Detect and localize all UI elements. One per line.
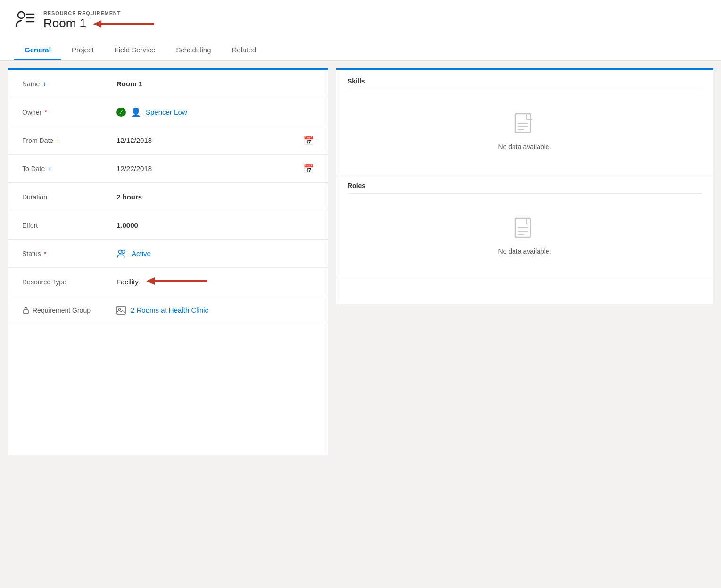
duration-label: Duration <box>22 193 116 201</box>
req-group-icon <box>116 306 126 315</box>
tabs-bar: General Project Field Service Scheduling… <box>0 39 721 61</box>
svg-marker-9 <box>146 277 155 285</box>
effort-value[interactable]: 1.0000 <box>116 221 314 229</box>
status-required-indicator: * <box>44 250 46 257</box>
name-field-row: Name + Room 1 <box>8 70 328 98</box>
resource-requirement-icon <box>14 8 35 32</box>
owner-value[interactable]: ✓ 👤 Spencer Low <box>116 107 314 117</box>
to-date-calendar-icon[interactable]: 📅 <box>303 164 314 174</box>
main-form-panel: Name + Room 1 Owner * ✓ 👤 Spencer Low Fr… <box>8 68 328 455</box>
owner-label: Owner * <box>22 108 116 116</box>
tab-field-service[interactable]: Field Service <box>104 39 166 60</box>
svg-point-0 <box>18 12 25 18</box>
status-field-row: Status * Active <box>8 240 328 268</box>
record-type-label: RESOURCE REQUIREMENT <box>43 10 154 16</box>
record-title-row: Room 1 <box>43 16 154 31</box>
name-value[interactable]: Room 1 <box>116 80 314 88</box>
skills-no-data-area: No data available. <box>348 94 702 169</box>
to-date-label: To Date + <box>22 165 116 173</box>
roles-section: Roles No data available. <box>336 174 713 279</box>
owner-field-row: Owner * ✓ 👤 Spencer Low <box>8 98 328 126</box>
duration-field-row: Duration 2 hours <box>8 183 328 211</box>
resource-type-field-row: Resource Type Facility <box>8 268 328 296</box>
effort-field-row: Effort 1.0000 <box>8 211 328 240</box>
title-arrow-annotation <box>93 18 154 28</box>
skills-title: Skills <box>348 77 702 89</box>
header-text-block: RESOURCE REQUIREMENT Room 1 <box>43 10 154 31</box>
skills-section: Skills No data available. <box>336 70 713 174</box>
empty-row <box>8 324 328 348</box>
req-group-label: Requirement Group <box>22 306 116 314</box>
svg-marker-5 <box>93 20 101 28</box>
content-area: Name + Room 1 Owner * ✓ 👤 Spencer Low Fr… <box>0 61 721 463</box>
status-value[interactable]: Active <box>116 248 314 259</box>
owner-status-check: ✓ <box>116 108 126 117</box>
resource-type-label: Resource Type <box>22 278 116 286</box>
roles-no-data-text: No data available. <box>498 248 551 255</box>
from-date-required-indicator: + <box>56 137 60 144</box>
right-side-panel: Skills No data available. Roles <box>336 68 713 304</box>
skills-no-data-text: No data available. <box>498 143 551 150</box>
page-header: RESOURCE REQUIREMENT Room 1 <box>0 0 721 39</box>
roles-title: Roles <box>348 182 702 194</box>
svg-rect-10 <box>24 310 28 314</box>
to-date-required-indicator: + <box>48 165 51 173</box>
skills-empty-doc-icon <box>514 113 536 139</box>
tab-related[interactable]: Related <box>222 39 267 60</box>
svg-point-6 <box>119 250 122 253</box>
person-icon: 👤 <box>131 107 141 117</box>
name-label: Name + <box>22 80 116 88</box>
status-group-icon <box>116 248 127 259</box>
effort-label: Effort <box>22 222 116 229</box>
name-required-indicator: + <box>42 80 46 88</box>
roles-no-data-area: No data available. <box>348 199 702 274</box>
duration-value[interactable]: 2 hours <box>116 193 314 201</box>
svg-rect-11 <box>117 306 125 314</box>
tab-scheduling[interactable]: Scheduling <box>166 39 221 60</box>
roles-empty-doc-icon <box>514 217 536 244</box>
to-date-field-row: To Date + 12/22/2018 📅 <box>8 155 328 183</box>
page-title: Room 1 <box>43 16 86 31</box>
resource-type-value[interactable]: Facility <box>116 276 314 288</box>
req-group-field-row: Requirement Group 2 Rooms at Health Clin… <box>8 296 328 324</box>
from-date-calendar-icon[interactable]: 📅 <box>303 135 314 146</box>
tab-project[interactable]: Project <box>61 39 104 60</box>
owner-required-indicator: * <box>44 108 47 116</box>
from-date-field-row: From Date + 12/12/2018 📅 <box>8 126 328 155</box>
svg-point-12 <box>119 308 121 310</box>
status-label: Status * <box>22 250 116 257</box>
to-date-value[interactable]: 12/22/2018 📅 <box>116 164 314 174</box>
from-date-value[interactable]: 12/12/2018 📅 <box>116 135 314 146</box>
lock-icon <box>22 306 30 314</box>
svg-point-7 <box>122 250 125 253</box>
tab-general[interactable]: General <box>14 39 61 60</box>
resource-type-arrow-annotation <box>146 276 207 288</box>
req-group-value[interactable]: 2 Rooms at Health Clinic <box>116 306 314 315</box>
from-date-label: From Date + <box>22 137 116 144</box>
